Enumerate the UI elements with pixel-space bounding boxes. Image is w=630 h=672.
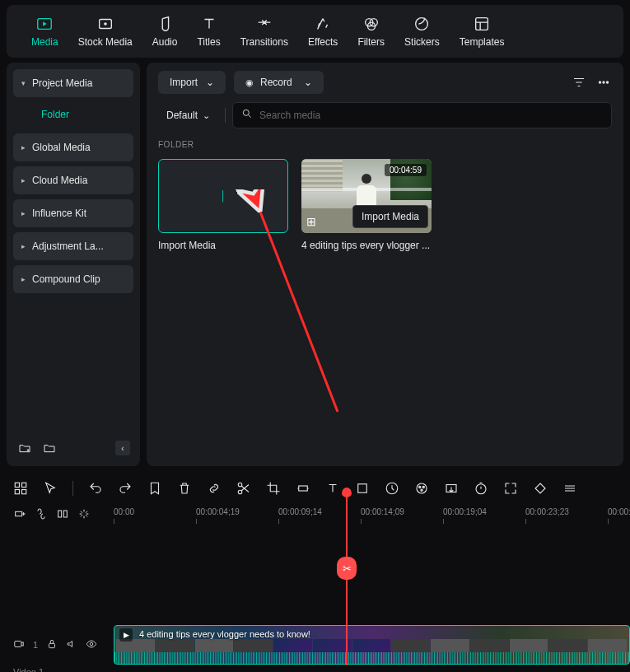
collapse-sidebar-icon[interactable]: ‹: [115, 441, 130, 455]
svg-rect-20: [358, 484, 367, 493]
svg-point-10: [606, 82, 608, 83]
svg-point-22: [417, 483, 427, 493]
marker-icon[interactable]: [147, 481, 162, 496]
tile-label: 4 editing tips every vlogger ...: [301, 240, 432, 251]
track-count: 1: [33, 640, 38, 650]
visibility-icon[interactable]: [86, 638, 97, 651]
tab-label: Titles: [197, 36, 220, 48]
text-icon[interactable]: [325, 481, 340, 496]
svg-rect-14: [22, 483, 26, 487]
tab-audio[interactable]: Audio: [144, 12, 186, 51]
track-body[interactable]: ▶ 4 editing tips every vlogger needs to …: [114, 625, 630, 665]
transitions-icon: [255, 15, 273, 33]
tab-titles[interactable]: Titles: [189, 12, 228, 51]
cursor-icon[interactable]: [43, 481, 58, 496]
add-track-icon[interactable]: [13, 507, 26, 524]
svg-rect-13: [15, 483, 19, 487]
sidebar-item-global-media[interactable]: Global Media: [13, 133, 133, 161]
more-icon[interactable]: [595, 74, 612, 91]
sidebar-item-influence-kit[interactable]: Influence Kit: [13, 199, 133, 227]
svg-rect-30: [63, 511, 67, 517]
divider: [225, 108, 226, 123]
svg-point-8: [599, 82, 600, 83]
tab-templates[interactable]: Templates: [451, 12, 513, 51]
tab-stock-media[interactable]: Stock Media: [70, 12, 141, 51]
import-media-tile[interactable]: │ Import Media: [158, 159, 288, 251]
search-box[interactable]: [232, 102, 612, 128]
speed-icon[interactable]: [385, 481, 399, 496]
timeline-ruler: 00:00 00:00:04;19 00:00:09;14 00:00:14;0…: [0, 504, 630, 534]
tab-transitions[interactable]: Transitions: [232, 12, 296, 51]
tab-stickers[interactable]: Stickers: [396, 12, 448, 51]
video-track-row: 1 ▶ 4 editing tips every vlogger needs t…: [0, 624, 630, 665]
video-track-icon[interactable]: [13, 638, 25, 651]
ruler-tick: 00:00:23;23: [525, 507, 569, 516]
crop-icon[interactable]: [266, 481, 281, 496]
auto-ripple-icon[interactable]: [77, 507, 91, 524]
import-media-tooltip: Import Media: [352, 205, 428, 228]
resize-icon[interactable]: [296, 481, 310, 496]
timeline-toolbar: [0, 473, 630, 504]
sidebar-item-cloud-media[interactable]: Cloud Media: [13, 166, 133, 194]
section-label: FOLDER: [158, 140, 612, 149]
video-clip[interactable]: ▶ 4 editing tips every vlogger needs to …: [114, 625, 630, 665]
sidebar-item-label: Project Media: [32, 77, 92, 89]
split-icon[interactable]: [236, 481, 251, 496]
import-dropdown[interactable]: Import: [158, 71, 226, 94]
keyframe-icon[interactable]: [533, 481, 548, 496]
timer-icon[interactable]: [474, 481, 488, 496]
sidebar-item-adjustment-layer[interactable]: Adjustment La...: [13, 232, 133, 260]
clip-title: 4 editing tips every vlogger needs to kn…: [139, 629, 310, 639]
filters-icon: [362, 15, 380, 33]
export-frame-icon[interactable]: [444, 481, 459, 496]
color-icon[interactable]: [414, 481, 429, 496]
svg-point-6: [416, 18, 428, 30]
track-icon[interactable]: [562, 481, 577, 496]
sidebar-item-label: Influence Kit: [32, 208, 86, 219]
tab-label: Audio: [152, 36, 178, 48]
link-icon[interactable]: [207, 481, 222, 496]
sidebar-sub-folder[interactable]: Folder: [13, 102, 133, 127]
sidebar-item-label: Adjustment La...: [32, 240, 104, 252]
redo-icon[interactable]: [118, 481, 133, 496]
grid-badge-icon: ⊞: [306, 215, 316, 228]
mute-icon[interactable]: [66, 638, 77, 651]
svg-rect-7: [476, 18, 488, 30]
svg-rect-16: [22, 490, 26, 494]
magnet-icon[interactable]: [56, 507, 69, 524]
duration-badge: 00:04:59: [385, 164, 427, 176]
track-header: 1: [0, 638, 114, 651]
separator: [72, 481, 73, 496]
track-name: Video 1: [0, 667, 630, 672]
tab-label: Templates: [460, 36, 505, 48]
sort-dropdown[interactable]: Default: [158, 105, 218, 126]
ruler-track[interactable]: 00:00 00:00:04;19 00:00:09;14 00:00:14;0…: [114, 507, 630, 532]
tab-filters[interactable]: Filters: [349, 12, 393, 51]
rect-icon[interactable]: [355, 481, 370, 496]
folder-icon[interactable]: [41, 440, 58, 456]
svg-point-33: [90, 642, 93, 646]
sidebar-item-compound-clip[interactable]: Compound Clip: [13, 265, 133, 293]
tab-label: Filters: [357, 36, 385, 48]
filter-icon[interactable]: [571, 74, 587, 91]
expand-icon[interactable]: [503, 481, 518, 496]
search-input[interactable]: [259, 110, 603, 121]
ruler-tick: 00:00: [114, 507, 134, 516]
sidebar-item-label: Compound Clip: [32, 273, 100, 285]
ruler-tick: 00:00:04;19: [196, 507, 240, 516]
delete-icon[interactable]: [177, 481, 192, 496]
new-folder-icon[interactable]: [16, 440, 33, 456]
link-track-icon[interactable]: [35, 507, 48, 524]
tab-media[interactable]: Media: [23, 12, 67, 51]
media-content: Import Record Default FOLDER │ Import Me…: [147, 63, 623, 466]
tab-effects[interactable]: Effects: [300, 12, 346, 51]
layout-icon[interactable]: [13, 481, 28, 496]
stickers-icon: [413, 15, 431, 33]
sidebar-item-project-media[interactable]: Project Media: [13, 69, 133, 97]
lock-icon[interactable]: [46, 638, 58, 651]
clip-play-icon: ▶: [119, 628, 133, 642]
undo-icon[interactable]: [88, 481, 103, 496]
stock-media-icon: [96, 15, 114, 33]
record-dropdown[interactable]: Record: [234, 71, 324, 94]
tab-label: Effects: [308, 36, 338, 48]
